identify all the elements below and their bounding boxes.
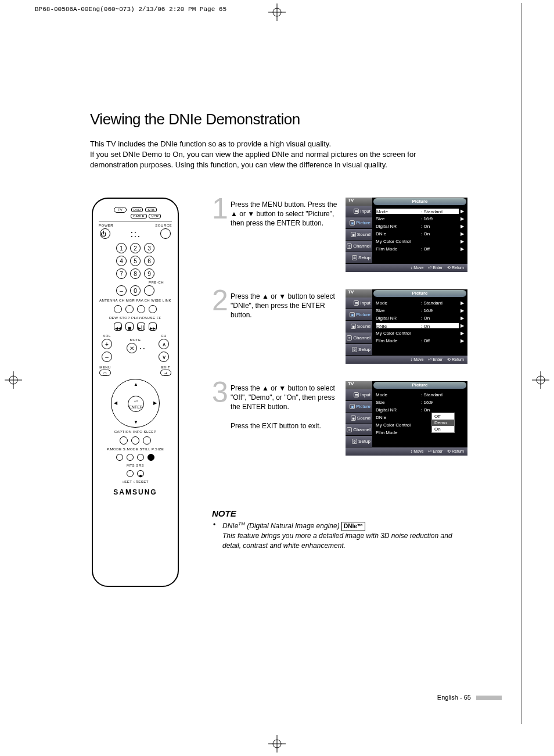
remote-play: ▸II	[137, 323, 145, 331]
remote-row-set: ○SET ○RESET	[99, 480, 172, 483]
dpad-right-icon: ▶	[153, 400, 157, 406]
osd-tab-sound: ◉Sound	[346, 413, 372, 424]
osd-popup-on: On	[432, 426, 454, 432]
remote-tv-pill: TV	[114, 207, 127, 213]
osd-footer-move: ↕ Move	[411, 356, 424, 364]
page-number: English - 65	[437, 694, 502, 701]
osd-screenshot-2: TV Picture ⬒Input ▣Picture ◉Sound ≡Chann…	[346, 289, 467, 364]
input-icon: ⬒	[354, 209, 359, 214]
channel-icon: ≡	[347, 427, 352, 432]
picture-icon: ▣	[350, 404, 355, 409]
osd-row-dnie: DNIe: On▶	[376, 230, 464, 238]
remote-ch-down: ∨	[159, 352, 169, 362]
remote-src-dvd: DVD	[131, 207, 143, 212]
chevron-right-icon: ▶	[459, 300, 464, 306]
step-2: 2 Press the ▲ or ▼ button to select "DNI…	[212, 289, 467, 365]
dpad-down-icon: ▼	[134, 420, 138, 425]
osd-title: Picture	[373, 290, 466, 297]
osd-row-size: Size: 16:9▶	[376, 307, 464, 314]
remote-small-btn	[125, 305, 134, 313]
picture-icon: ▣	[350, 220, 355, 225]
remote-num-2: 2	[130, 243, 141, 253]
osd-row-dnie: DNIe: On▶	[376, 322, 464, 329]
osd-tab-sound: ◉Sound	[346, 321, 372, 332]
note-dnie: DNIe	[222, 522, 238, 530]
osd-tab-input: ⬒Input	[346, 298, 372, 309]
osd-popup-options: Off Demo On	[431, 413, 455, 433]
page-title: Viewing the DNIe Demonstration	[90, 110, 497, 128]
channel-icon: ≡	[347, 243, 352, 249]
osd-row-size: Size: 16:9	[376, 399, 464, 406]
osd-footer-return: ⟲ Return	[447, 356, 464, 364]
chevron-right-icon: ▶	[459, 216, 464, 221]
osd-tab-input: ⬒Input	[346, 389, 372, 401]
sound-icon: ◉	[351, 415, 356, 421]
remote-illustration: TV DVD STB CABLE VCR POWER SOURCE ⏻ ∘ ∘∘…	[92, 198, 179, 587]
crop-rule	[521, 3, 522, 724]
chevron-right-icon: ▶	[459, 316, 464, 321]
remote-prech-btn	[144, 285, 154, 296]
page-bar	[476, 696, 502, 700]
osd-footer-move: ↕ Move	[411, 264, 424, 272]
remote-color-btn	[127, 454, 134, 461]
osd-tab-channel: ≡Channel	[346, 332, 372, 344]
remote-num-4: 4	[116, 256, 127, 266]
remote-prech-label: PRE-CH	[149, 281, 164, 284]
osd-screenshot-1: TV Picture ⬒Input ▣Picture ◉Sound ≡Chann…	[346, 198, 467, 272]
remote-brand: SAMSUNG	[93, 488, 178, 496]
remote-source-btn	[160, 228, 171, 239]
osd-row-mode: Mode: Standard▶	[376, 299, 464, 307]
tm-mark: TM	[238, 521, 245, 526]
dnie-badge: DNIe™	[341, 522, 365, 531]
remote-row-mts: MTS SRS	[99, 464, 172, 467]
remote-exit-label: EXIT	[161, 366, 170, 369]
osd-row-mode: Mode: Standard	[376, 391, 464, 399]
remote-small-btn	[137, 305, 145, 313]
remote-dpad: ▲ ▼ ◀ ▶ ⏎ ENTER	[111, 379, 160, 428]
osd-popup-off: Off	[432, 413, 454, 420]
osd-row-digitalnr: Digital NR: On▶	[376, 314, 464, 322]
intro-text: This TV includes the DNIe function so as…	[90, 139, 462, 171]
remote-source-label: SOURCE	[155, 224, 172, 227]
step-3: 3 Press the ▲ or ▼ button to select "Off…	[212, 381, 467, 457]
remote-row-transport: REW STOP PLAY/PAUSE FF	[99, 316, 172, 320]
setup-icon: ✲	[352, 255, 357, 260]
crop-mark-right	[532, 371, 549, 389]
osd-tab-setup: ✲Setup	[346, 252, 372, 264]
osd-tab-picture: ▣Picture	[346, 309, 372, 321]
osd-tv-label: TV	[346, 198, 372, 206]
remote-color-btn	[116, 454, 123, 461]
step-text: Press the ▲ or ▼ button to select "Off",…	[231, 384, 338, 431]
remote-rew: ◂◂	[114, 323, 122, 331]
osd-row-mycolor: My Color Control▶	[376, 238, 464, 245]
remote-menu-btn: ▭	[99, 370, 111, 376]
steps-column: 1 Press the MENU button. Press the ▲ or …	[212, 198, 467, 473]
remote-mute-btn: ✕	[127, 343, 137, 353]
osd-popup-demo: Demo	[432, 420, 454, 426]
remote-small-btn	[149, 305, 157, 313]
remote-row-caption: CAPTION INFO SLEEP	[99, 430, 172, 433]
remote-num-1: 1	[116, 243, 127, 253]
remote-sleep-btn	[143, 436, 151, 445]
setup-icon: ✲	[352, 439, 357, 444]
osd-tv-label: TV	[346, 381, 372, 389]
sound-icon: ◉	[351, 232, 356, 237]
chevron-right-icon: ▶	[459, 308, 464, 313]
remote-enter-label: ENTER	[129, 405, 143, 409]
chevron-right-icon: ▶	[459, 224, 464, 229]
remote-num-9: 9	[144, 268, 154, 279]
note-block: NOTE • DNIeTM (Digital Natural Image eng…	[212, 508, 467, 550]
osd-row-size: Size: 16:9▶	[376, 215, 464, 223]
osd-row-mycolor: My Color Control▶	[376, 329, 464, 337]
osd-footer-move: ↕ Move	[411, 447, 424, 456]
remote-src-cable: CABLE	[131, 214, 147, 218]
osd-footer-enter: ⏎ Enter	[428, 264, 443, 272]
osd-title: Picture	[373, 382, 466, 389]
remote-mute-label: MUTE	[130, 338, 141, 342]
setup-icon: ✲	[352, 347, 357, 352]
step-text: Press the ▲ or ▼ button to select "DNIe"…	[231, 292, 338, 320]
osd-tab-setup: ✲Setup	[346, 344, 372, 356]
note-line1b: (Digital Natural Image engine)	[245, 522, 341, 530]
chevron-right-icon: ▶	[459, 231, 464, 237]
channel-icon: ≡	[347, 335, 352, 341]
